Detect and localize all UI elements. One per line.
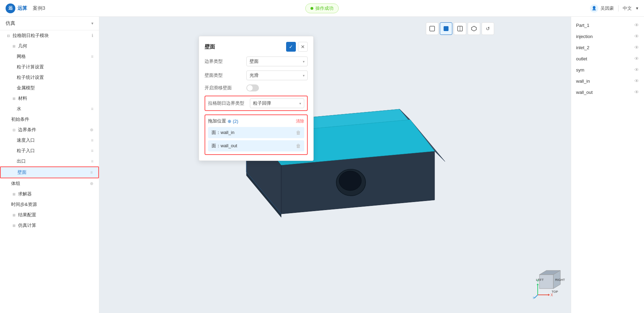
main-layout: 仿真 ▾ ⊟ 拉格朗日粒子模块 ℹ ⊞ 几何 网格 ≡ 粒子计算设置 粒子统计设…	[0, 17, 644, 313]
layer-part1-eye[interactable]: 👁	[634, 22, 639, 28]
status-area: 操作成功	[305, 3, 339, 13]
water-label: 水	[17, 106, 91, 112]
sidebar-item-initial-cond[interactable]: 初始条件	[0, 114, 99, 125]
viewport[interactable]: ↺	[99, 17, 571, 313]
svg-rect-16	[539, 275, 553, 289]
layer-sym-name: sym	[576, 67, 584, 73]
layer-inlet2[interactable]: inlet_2 👁	[571, 42, 644, 53]
layer-sym[interactable]: sym 👁	[571, 64, 644, 75]
panel-confirm-button[interactable]: ✓	[286, 42, 296, 52]
sidebar-item-metal-model[interactable]: 金属模型	[0, 83, 99, 93]
sidebar-item-mesh[interactable]: 网格 ≡	[0, 51, 99, 62]
sidebar-item-timestep[interactable]: 时间步&资源	[0, 199, 99, 210]
initial-cond-label: 初始条件	[11, 116, 93, 122]
drag-icon-pi: ≡	[91, 148, 93, 153]
svg-point-13	[339, 171, 361, 191]
sidebar-title: 仿真	[6, 20, 15, 27]
patch-header: 拖加位置 ⊕ (2) 清除	[208, 118, 304, 124]
sidebar-item-particle-stats[interactable]: 粒子统计设置	[0, 72, 99, 83]
layer-wall-in-name: wall_in	[576, 79, 590, 84]
svg-text:X: X	[551, 293, 553, 297]
user-area[interactable]: 👤 吴因豪	[590, 4, 614, 13]
sidebar-item-boundary-cond[interactable]: ⊟ 边界条件 ⊕	[0, 125, 99, 135]
patch-section: 拖加位置 ⊕ (2) 清除 面：wall_in 🗑 面：wall_out 🗑	[205, 114, 308, 155]
boundary-type-value: 壁面	[250, 58, 259, 65]
svg-marker-26	[537, 283, 539, 285]
logo-icon: 远	[6, 3, 15, 13]
sidebar-item-body-group[interactable]: 体组 ⊕	[0, 178, 99, 189]
layer-inlet2-eye[interactable]: 👁	[634, 45, 639, 50]
slip-wall-toggle[interactable]	[246, 84, 259, 91]
header: 远 远算 案例3 操作成功 👤 吴因豪 中文 ▾	[0, 0, 644, 17]
expand-icon-solver: ⊞	[11, 191, 17, 197]
patch-delete-wall-out[interactable]: 🗑	[296, 143, 301, 149]
boundary-type-select[interactable]: 壁面 ▾	[246, 57, 308, 66]
layer-wall-out-eye[interactable]: 👁	[634, 89, 639, 95]
boundary-type-label: 边界类型	[205, 58, 246, 65]
layer-outlet[interactable]: outlet 👁	[571, 53, 644, 64]
app-name: 远算	[17, 5, 27, 12]
sidebar-item-sim-calc[interactable]: ⊞ 仿真计算	[0, 220, 99, 231]
add-icon-bc[interactable]: ⊕	[90, 127, 93, 132]
expand-icon-bc: ⊟	[11, 127, 17, 133]
drag-icon-out: ≡	[91, 159, 93, 164]
layer-injection[interactable]: injection 👁	[571, 31, 644, 42]
confirm-icon: ✓	[289, 44, 293, 50]
expand-icon-geo: ⊞	[11, 43, 17, 49]
lagrange-boundary-select[interactable]: 粒子回弹 ▾	[250, 98, 304, 108]
sidebar-item-lagrange[interactable]: ⊟ 拉格朗日粒子模块 ℹ	[0, 30, 99, 41]
patch-add-icon[interactable]: ⊕	[228, 119, 231, 124]
sidebar-item-outlet[interactable]: 出口 ≡	[0, 156, 99, 166]
patch-count: (2)	[233, 119, 238, 124]
sidebar-item-particle-inlet[interactable]: 粒子入口 ≡	[0, 146, 99, 156]
sidebar-collapse[interactable]: ▾	[91, 21, 93, 26]
patch-item-wall-out: 面：wall_out 🗑	[208, 140, 304, 151]
user-icon: 👤	[590, 4, 598, 13]
layer-outlet-eye[interactable]: 👁	[634, 56, 639, 61]
lang-arrow[interactable]: ▾	[636, 6, 638, 11]
slip-wall-row: 开启滑移壁面	[205, 84, 308, 91]
layer-part1-name: Part_1	[576, 23, 589, 28]
header-divider	[618, 5, 619, 12]
lagrange-label: 拉格朗日粒子模块	[13, 32, 92, 39]
layer-wall-out[interactable]: wall_out 👁	[571, 87, 644, 98]
patch-clear-button[interactable]: 清除	[296, 118, 304, 124]
svg-text:Y: Y	[537, 279, 539, 283]
user-name: 吴因豪	[600, 5, 614, 12]
velocity-inlet-label: 速度入口	[17, 137, 91, 143]
case-name[interactable]: 案例3	[33, 5, 45, 12]
layer-outlet-name: outlet	[576, 56, 587, 61]
sidebar-item-results[interactable]: ⊞ 结果配置	[0, 210, 99, 220]
sidebar-item-water[interactable]: 水 ≡	[0, 104, 99, 114]
lagrange-boundary-row: 拉格朗日边界类型 粒子回弹 ▾	[205, 96, 308, 111]
panel-close-button[interactable]: ✕	[298, 42, 308, 52]
mesh-label: 网格	[17, 53, 91, 60]
panel-overlay: 壁面 ✓ ✕ 边界类型 壁面 ▾	[199, 36, 314, 161]
particle-calc-label: 粒子计算设置	[17, 64, 93, 70]
sidebar-item-solver[interactable]: ⊞ 求解器	[0, 189, 99, 199]
panel-title: 壁面	[205, 44, 215, 50]
language-selector[interactable]: 中文	[623, 5, 632, 12]
add-icon-bg[interactable]: ⊕	[90, 181, 93, 186]
layer-wall-in[interactable]: wall_in 👁	[571, 75, 644, 87]
layer-injection-eye[interactable]: 👁	[634, 33, 639, 39]
svg-text:RIGHT: RIGHT	[555, 278, 565, 282]
wall-type-select[interactable]: 光滑 ▾	[246, 70, 308, 80]
sim-calc-label: 仿真计算	[18, 222, 93, 229]
outlet-label: 出口	[17, 158, 91, 164]
patch-delete-wall-in[interactable]: 🗑	[296, 130, 301, 135]
layer-sym-eye[interactable]: 👁	[634, 67, 639, 73]
wall-type-value: 光滑	[250, 72, 259, 79]
sidebar-item-materials[interactable]: ⊞ 材料	[0, 93, 99, 104]
materials-label: 材料	[18, 95, 93, 102]
sidebar-item-velocity-inlet[interactable]: 速度入口 ≡	[0, 135, 99, 146]
drag-icon-mesh: ≡	[91, 54, 93, 59]
layer-wall-in-eye[interactable]: 👁	[634, 78, 639, 84]
boundary-type-arrow: ▾	[303, 60, 305, 64]
3d-model-container	[99, 17, 571, 313]
sidebar-item-geometry[interactable]: ⊞ 几何	[0, 41, 99, 51]
layer-part1[interactable]: Part_1 👁	[571, 20, 644, 31]
patch-item-wall-in-label: 面：wall_in	[212, 129, 235, 136]
sidebar-item-particle-calc[interactable]: 粒子计算设置	[0, 62, 99, 72]
sidebar-item-wall[interactable]: 壁面 ≡	[0, 166, 99, 178]
